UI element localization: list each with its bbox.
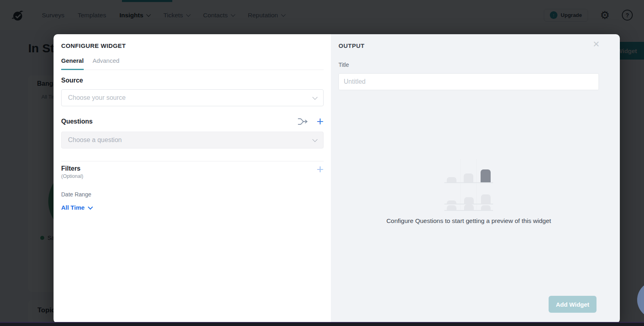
add-question-icon[interactable]: +: [316, 117, 324, 126]
modal-tabs: General Advanced: [61, 57, 324, 70]
empty-state-message: Configure Questions to start getting a p…: [386, 217, 551, 225]
title-field-label: Title: [339, 62, 599, 68]
questions-header: Questions +: [61, 117, 324, 126]
filters-optional-note: (Optional): [61, 173, 83, 179]
configure-panel: CONFIGURE WIDGET General Advanced Source…: [54, 34, 331, 323]
tab-general[interactable]: General: [61, 57, 84, 70]
chevron-down-icon: [88, 204, 93, 210]
app-screen: Surveys Templates Insights Tickets Conta…: [0, 0, 644, 326]
add-widget-button[interactable]: Add Widget: [549, 296, 597, 313]
date-range-select[interactable]: All Time: [61, 204, 92, 211]
date-range-label: Date Range: [61, 191, 324, 198]
preview-illustration: [444, 162, 493, 211]
widget-preview-area: Configure Questions to start getting a p…: [339, 90, 599, 323]
illustration-bar: [464, 197, 474, 204]
merge-questions-icon[interactable]: [297, 117, 308, 126]
illustration-bar: [481, 169, 491, 182]
filters-label: Filters: [61, 165, 83, 172]
title-input[interactable]: [339, 73, 599, 90]
questions-actions: +: [297, 117, 324, 126]
date-range-value: All Time: [61, 204, 85, 211]
illustration-bar: [447, 200, 456, 204]
illustration-bar: [481, 205, 491, 210]
illustration-row: [444, 194, 493, 204]
question-select[interactable]: Choose a question: [61, 132, 324, 149]
filters-header: Filters (Optional) +: [61, 165, 324, 179]
close-icon[interactable]: ✕: [592, 40, 600, 48]
section-divider: [61, 161, 324, 161]
chevron-down-icon: [312, 95, 318, 100]
illustration-bar: [464, 173, 473, 182]
modal-title: CONFIGURE WIDGET: [61, 42, 324, 49]
configure-widget-modal: CONFIGURE WIDGET General Advanced Source…: [54, 34, 620, 323]
illustration-bar: [447, 177, 456, 182]
illustration-row: [444, 169, 493, 183]
chevron-down-icon: [312, 137, 318, 142]
illustration-bar: [464, 204, 474, 210]
question-placeholder: Choose a question: [68, 136, 122, 144]
output-title: OUTPUT: [339, 42, 599, 49]
window-bottom-edge: [0, 322, 644, 326]
illustration-bar: [481, 194, 491, 204]
tab-advanced[interactable]: Advanced: [93, 57, 120, 70]
add-filter-icon[interactable]: +: [316, 165, 324, 174]
illustration-bar: [447, 205, 456, 210]
source-select[interactable]: Choose your source: [61, 89, 324, 106]
modal-footer: Add Widget: [549, 296, 597, 313]
illustration-row: [444, 204, 493, 211]
source-placeholder: Choose your source: [68, 94, 126, 101]
questions-label: Questions: [61, 118, 93, 125]
output-panel: OUTPUT ✕ Title Configure Questions to st…: [331, 34, 620, 323]
source-label: Source: [61, 77, 324, 84]
